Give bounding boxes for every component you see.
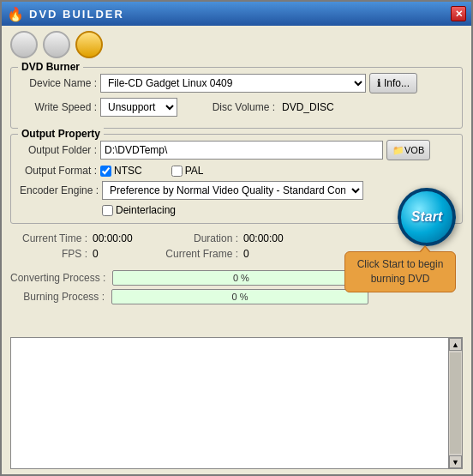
converting-progress-bar: 0 % bbox=[112, 270, 369, 286]
current-time-value: 00:00:00 bbox=[93, 232, 144, 244]
toolbar-btn-2[interactable] bbox=[43, 31, 70, 58]
vob-button[interactable]: 📁 VOB bbox=[386, 140, 430, 160]
encoder-engine-row: Encoder Engine : Preference by Normal Vi… bbox=[20, 181, 453, 200]
start-btn-label: Start bbox=[411, 209, 442, 225]
info-btn-label: Info... bbox=[384, 77, 410, 89]
deinterlacing-label: Deinterlacing bbox=[116, 204, 176, 216]
title-bar-left: 🔥 DVD BUILDER bbox=[7, 6, 124, 22]
fps-label: FPS : bbox=[10, 248, 87, 260]
log-area-wrapper: ▲ ▼ bbox=[10, 337, 463, 469]
dvd-burner-label: DVD Burner bbox=[18, 61, 83, 73]
duration-label: Duration : bbox=[161, 232, 238, 244]
log-scrollbar: ▲ ▼ bbox=[448, 338, 462, 468]
device-name-label: Device Name : bbox=[20, 77, 97, 89]
window-title: DVD BUILDER bbox=[29, 8, 124, 21]
stats-row-1: Current Time : 00:00:00 Duration : 00:00… bbox=[10, 232, 463, 244]
ntsc-checkbox[interactable] bbox=[100, 166, 111, 177]
output-folder-input[interactable] bbox=[100, 141, 383, 160]
start-tooltip: Click Start to begin burning DVD bbox=[344, 251, 456, 292]
output-folder-row: Output Folder : 📁 VOB bbox=[20, 140, 453, 160]
info-button[interactable]: ℹ Info... bbox=[369, 73, 417, 93]
current-time-item: Current Time : 00:00:00 bbox=[10, 232, 144, 244]
device-name-select[interactable]: File-CD Gadget Linux 0409 bbox=[100, 74, 366, 93]
toolbar-btn-3[interactable] bbox=[75, 31, 103, 58]
toolbar bbox=[2, 26, 471, 63]
folder-icon: 📁 bbox=[392, 145, 404, 156]
title-bar: 🔥 DVD BUILDER ✕ bbox=[2, 2, 471, 26]
encoder-select[interactable]: Preference by Normal Video Quality - Sta… bbox=[102, 181, 363, 200]
current-time-label: Current Time : bbox=[10, 232, 87, 244]
duration-item: Duration : 00:00:00 bbox=[161, 232, 295, 244]
current-frame-value: 0 bbox=[243, 248, 295, 260]
burning-label: Burning Process : bbox=[10, 291, 105, 303]
current-frame-label: Current Frame : bbox=[161, 248, 238, 260]
write-speed-row: Write Speed : Unsupport Disc Volume : DV… bbox=[20, 98, 453, 117]
vob-btn-label: VOB bbox=[404, 145, 424, 155]
scroll-up-button[interactable]: ▲ bbox=[449, 338, 462, 351]
write-speed-select[interactable]: Unsupport bbox=[100, 98, 177, 117]
pal-checkbox[interactable] bbox=[171, 166, 183, 177]
output-format-label: Output Format : bbox=[20, 165, 97, 177]
pal-checkbox-label[interactable]: PAL bbox=[171, 165, 204, 177]
deinterlacing-checkbox[interactable] bbox=[102, 205, 113, 216]
converting-percent: 0 % bbox=[233, 273, 249, 283]
app-icon: 🔥 bbox=[7, 6, 24, 22]
scroll-down-button[interactable]: ▼ bbox=[449, 455, 462, 468]
burning-percent: 0 % bbox=[232, 292, 248, 302]
write-speed-label: Write Speed : bbox=[20, 101, 97, 113]
start-button[interactable]: Start bbox=[398, 188, 456, 246]
progress-section: Converting Process : 0 % Burning Process… bbox=[10, 268, 463, 304]
ntsc-checkbox-label[interactable]: NTSC bbox=[100, 165, 142, 177]
disc-volume-label: Disc Volume : bbox=[198, 101, 275, 113]
output-format-row: Output Format : NTSC PAL bbox=[20, 165, 453, 177]
scroll-thumb bbox=[450, 352, 461, 454]
pal-label: PAL bbox=[185, 165, 204, 177]
dvd-burner-group: DVD Burner Device Name : File-CD Gadget … bbox=[10, 67, 463, 129]
output-folder-label: Output Folder : bbox=[20, 144, 97, 156]
info-icon: ℹ bbox=[377, 77, 381, 89]
device-name-row: Device Name : File-CD Gadget Linux 0409 … bbox=[20, 73, 453, 93]
current-frame-item: Current Frame : 0 bbox=[161, 248, 295, 260]
toolbar-btn-1[interactable] bbox=[10, 31, 38, 58]
close-button[interactable]: ✕ bbox=[451, 6, 466, 21]
disc-volume-value: DVD_DISC bbox=[282, 101, 334, 113]
fps-value: 0 bbox=[93, 248, 144, 260]
main-content: DVD Burner Device Name : File-CD Gadget … bbox=[2, 63, 471, 474]
ntsc-label: NTSC bbox=[114, 165, 142, 177]
log-text-area[interactable] bbox=[11, 338, 448, 468]
fps-item: FPS : 0 bbox=[10, 248, 144, 260]
main-window: 🔥 DVD BUILDER ✕ DVD Burner Device Name :… bbox=[0, 0, 473, 476]
converting-label: Converting Process : bbox=[10, 272, 105, 284]
encoder-engine-label: Encoder Engine : bbox=[20, 184, 99, 196]
duration-value: 00:00:00 bbox=[243, 232, 295, 244]
output-property-group: Output Property Output Folder : 📁 VOB Ou… bbox=[10, 134, 463, 224]
deinterlacing-checkbox-label[interactable]: Deinterlacing bbox=[102, 204, 176, 216]
burning-progress-bar: 0 % bbox=[111, 289, 368, 304]
output-property-label: Output Property bbox=[18, 128, 104, 140]
